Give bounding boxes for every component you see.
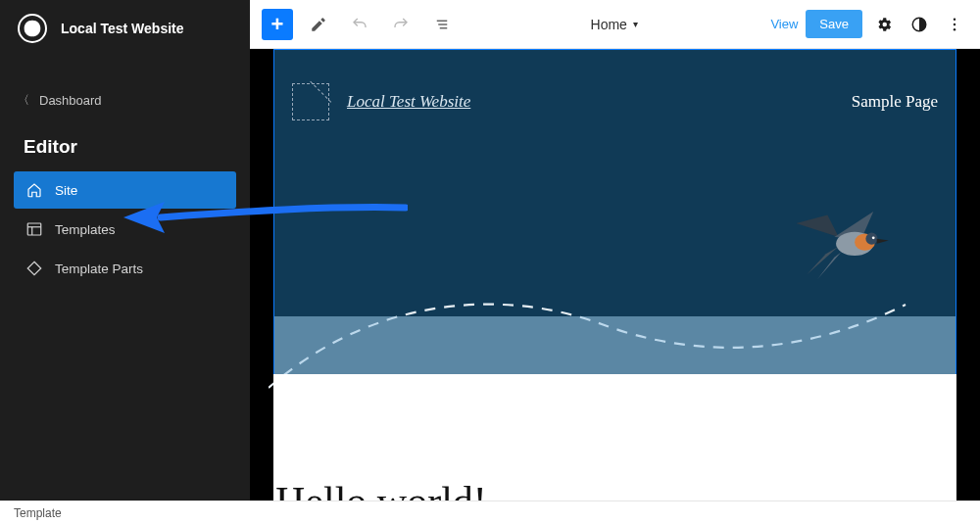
view-link[interactable]: View — [770, 17, 798, 31]
more-options-button[interactable] — [941, 11, 968, 38]
svg-rect-0 — [27, 223, 41, 235]
sidebar-item-template-parts[interactable]: Template Parts — [14, 250, 236, 287]
svg-point-13 — [872, 236, 875, 239]
chevron-down-icon: ▾ — [633, 19, 638, 29]
svg-point-8 — [954, 23, 956, 24]
redo-button[interactable] — [385, 9, 416, 40]
back-to-dashboard[interactable]: 〈 Dashboard — [0, 82, 250, 119]
editor-toolbar: + Home ▾ View Save — [250, 0, 980, 49]
svg-point-9 — [954, 28, 956, 30]
sidebar-item-site[interactable]: Site — [14, 171, 236, 209]
layout-icon — [25, 220, 43, 238]
add-block-button[interactable]: + — [262, 9, 293, 40]
wordpress-logo-icon[interactable] — [18, 14, 47, 43]
sidebar-item-label: Site — [55, 183, 77, 198]
hero-header: Local Test Website Sample Page — [274, 50, 956, 375]
chevron-left-icon: 〈 — [18, 92, 29, 109]
home-icon — [25, 181, 43, 199]
editor-footer-breadcrumb[interactable]: Template — [0, 500, 980, 524]
editor-main: + Home ▾ View Save — [250, 0, 980, 524]
settings-button[interactable] — [870, 11, 898, 38]
selected-hero-block[interactable]: Local Test Website Sample Page — [273, 49, 956, 376]
save-button[interactable]: Save — [806, 10, 862, 38]
breadcrumb-item: Template — [14, 506, 62, 520]
list-view-button[interactable] — [426, 9, 458, 40]
undo-button[interactable] — [344, 9, 375, 40]
diamond-icon — [25, 260, 43, 277]
sidebar-item-templates[interactable]: Templates — [14, 211, 236, 248]
styles-button[interactable] — [906, 11, 933, 38]
sidebar-header: Local Test Website — [0, 0, 250, 57]
sidebar-item-label: Template Parts — [55, 262, 143, 276]
editor-canvas[interactable]: Local Test Website Sample Page — [250, 49, 980, 524]
nav-link-sample-page[interactable]: Sample Page — [852, 92, 938, 112]
back-label: Dashboard — [39, 93, 102, 108]
selection-overlay — [274, 316, 956, 375]
bird-illustration — [789, 205, 897, 281]
edit-tool-button[interactable] — [303, 9, 334, 40]
svg-point-7 — [954, 18, 956, 20]
document-title-text: Home — [591, 17, 627, 32]
document-title-dropdown[interactable]: Home ▾ — [591, 17, 638, 32]
svg-marker-14 — [877, 239, 889, 244]
site-logo-placeholder[interactable] — [292, 83, 329, 120]
sidebar-section-title: Editor — [0, 119, 250, 171]
svg-point-12 — [865, 233, 877, 245]
sidebar-item-label: Templates — [55, 222, 116, 237]
site-title-link[interactable]: Local Test Website — [347, 92, 470, 112]
site-name: Local Test Website — [61, 21, 184, 36]
sidebar-nav: Site Templates Template Parts — [0, 171, 250, 287]
editor-sidebar: Local Test Website 〈 Dashboard Editor Si… — [0, 0, 250, 524]
